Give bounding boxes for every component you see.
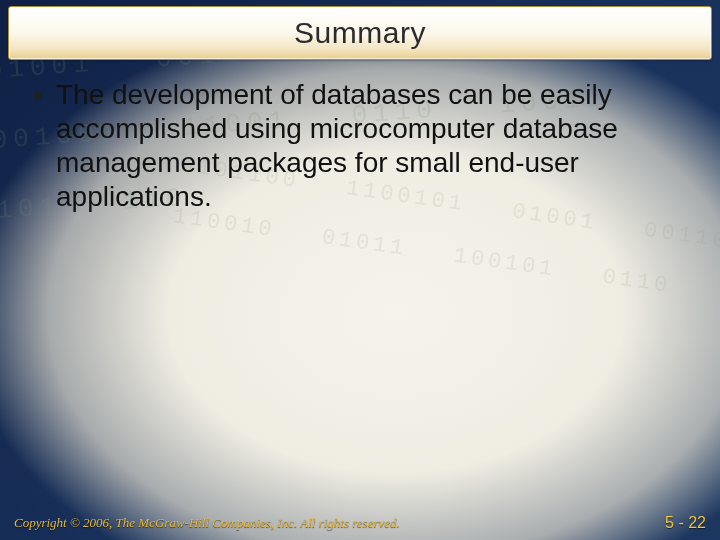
title-bar: Summary xyxy=(8,6,712,60)
page-number: 5 - 22 xyxy=(665,514,706,532)
bullet-text: The development of databases can be easi… xyxy=(56,78,686,215)
slide-body: The development of databases can be easi… xyxy=(34,78,686,215)
slide-title: Summary xyxy=(294,16,426,50)
slide: Summary The development of databases can… xyxy=(0,0,720,540)
slide-footer: Copyright © 2006, The McGraw-Hill Compan… xyxy=(0,512,720,534)
bullet-item: The development of databases can be easi… xyxy=(34,78,686,215)
copyright-text: Copyright © 2006, The McGraw-Hill Compan… xyxy=(14,515,400,531)
bullet-icon xyxy=(34,92,42,100)
